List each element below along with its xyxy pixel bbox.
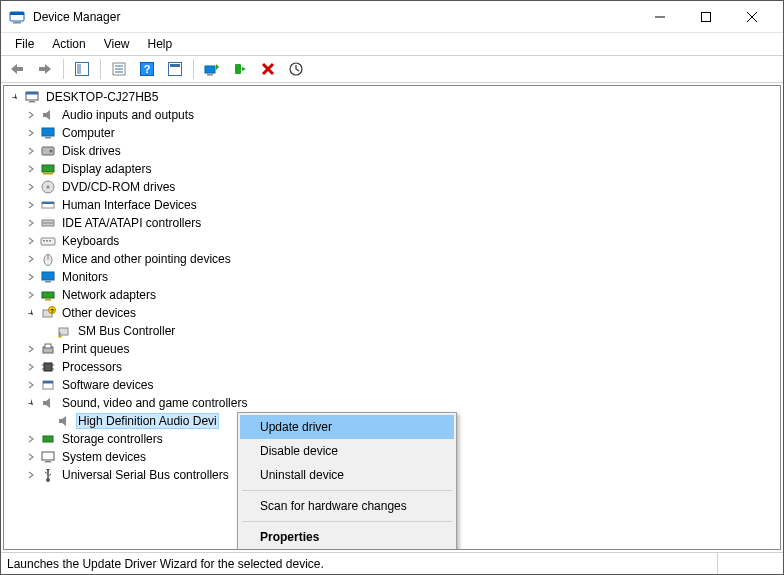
chevron-right-icon[interactable] (24, 378, 38, 392)
tree-category[interactable]: Display adapters (4, 160, 780, 178)
chevron-right-icon[interactable] (24, 144, 38, 158)
svg-rect-54 (45, 344, 51, 348)
svg-rect-31 (43, 173, 53, 175)
chevron-right-icon[interactable] (24, 288, 38, 302)
svg-rect-2 (13, 22, 21, 24)
tree-category[interactable]: DVD/CD-ROM drives (4, 178, 780, 196)
enable-device-button[interactable] (228, 58, 252, 80)
tree-category[interactable]: Network adapters (4, 286, 780, 304)
menu-view[interactable]: View (96, 35, 138, 53)
window-title: Device Manager (33, 10, 637, 24)
svg-text:?: ? (50, 308, 54, 314)
title-bar: Device Manager (1, 1, 783, 33)
chevron-right-icon[interactable] (24, 180, 38, 194)
tree-root-label: DESKTOP-CJ27HB5 (44, 89, 160, 105)
chevron-right-icon[interactable] (24, 360, 38, 374)
device-label: SM Bus Controller (76, 323, 177, 339)
context-menu-disable-device[interactable]: Disable device (240, 439, 454, 463)
help-button[interactable]: ? (135, 58, 159, 80)
chevron-right-icon[interactable] (24, 162, 38, 176)
tree-category[interactable]: IDE ATA/ATAPI controllers (4, 214, 780, 232)
chevron-right-icon[interactable] (24, 216, 38, 230)
tree-category[interactable]: ? Other devices (4, 304, 780, 322)
chevron-right-icon[interactable] (24, 468, 38, 482)
category-label: Display adapters (60, 161, 153, 177)
context-menu-update-driver[interactable]: Update driver (240, 415, 454, 439)
toolbar-separator (100, 59, 101, 79)
close-button[interactable] (729, 2, 775, 32)
svg-point-33 (47, 186, 50, 189)
tree-category[interactable]: Keyboards (4, 232, 780, 250)
tree-category[interactable]: Sound, video and game controllers (4, 394, 780, 412)
context-menu-properties[interactable]: Properties (240, 525, 454, 549)
tree-category[interactable]: Audio inputs and outputs (4, 106, 780, 124)
action-button[interactable] (163, 58, 187, 80)
tree-category[interactable]: Print queues (4, 340, 780, 358)
chevron-right-icon[interactable] (24, 108, 38, 122)
menu-help[interactable]: Help (140, 35, 181, 53)
svg-rect-21 (235, 64, 241, 74)
tree-category[interactable]: Disk drives (4, 142, 780, 160)
display-adapter-icon (40, 161, 56, 177)
svg-text:?: ? (144, 63, 151, 75)
printer-icon (40, 341, 56, 357)
chevron-down-icon[interactable] (24, 396, 38, 410)
uninstall-device-button[interactable] (256, 58, 280, 80)
menu-action[interactable]: Action (44, 35, 93, 53)
chevron-right-icon[interactable] (24, 450, 38, 464)
chevron-right-icon[interactable] (24, 270, 38, 284)
disk-icon (40, 143, 56, 159)
menu-file[interactable]: File (7, 35, 42, 53)
usb-icon (40, 467, 56, 483)
tree-category[interactable]: Monitors (4, 268, 780, 286)
chevron-right-icon[interactable] (24, 342, 38, 356)
properties-button[interactable] (107, 58, 131, 80)
menu-bar: File Action View Help (1, 33, 783, 55)
show-hide-console-tree-button[interactable] (70, 58, 94, 80)
svg-rect-20 (207, 74, 213, 76)
back-button[interactable] (5, 58, 29, 80)
category-label: Universal Serial Bus controllers (60, 467, 231, 483)
context-menu-uninstall-device[interactable]: Uninstall device (240, 463, 454, 487)
chevron-right-icon[interactable] (24, 432, 38, 446)
forward-button[interactable] (33, 58, 57, 80)
tree-device[interactable]: ! SM Bus Controller (4, 322, 780, 340)
monitor-icon (40, 269, 56, 285)
svg-rect-26 (42, 128, 54, 136)
device-tree-panel: DESKTOP-CJ27HB5 Audio inputs and outputs… (3, 85, 781, 550)
tree-category[interactable]: Human Interface Devices (4, 196, 780, 214)
svg-rect-41 (49, 240, 51, 242)
tree-root[interactable]: DESKTOP-CJ27HB5 (4, 88, 780, 106)
app-icon (9, 9, 25, 25)
svg-rect-44 (42, 272, 54, 280)
svg-rect-63 (42, 452, 54, 460)
ide-icon (40, 215, 56, 231)
svg-rect-4 (702, 12, 711, 21)
scan-hardware-button[interactable] (284, 58, 308, 80)
tree-category[interactable]: Processors (4, 358, 780, 376)
audio-icon (40, 107, 56, 123)
dvd-icon (40, 179, 56, 195)
svg-rect-40 (46, 240, 48, 242)
update-driver-button[interactable] (200, 58, 224, 80)
maximize-button[interactable] (683, 2, 729, 32)
chevron-down-icon[interactable] (8, 90, 22, 104)
svg-rect-39 (43, 240, 45, 242)
tree-category[interactable]: Computer (4, 124, 780, 142)
tree-category[interactable]: Mice and other pointing devices (4, 250, 780, 268)
chevron-down-icon[interactable] (24, 306, 38, 320)
chevron-right-icon[interactable] (24, 198, 38, 212)
svg-rect-19 (205, 66, 215, 73)
toolbar-separator (63, 59, 64, 79)
unknown-device-icon: ! (56, 323, 72, 339)
minimize-button[interactable] (637, 2, 683, 32)
system-device-icon (40, 449, 56, 465)
tree-category[interactable]: Software devices (4, 376, 780, 394)
category-label: Processors (60, 359, 124, 375)
chevron-right-icon[interactable] (24, 234, 38, 248)
other-devices-icon: ? (40, 305, 56, 321)
chevron-right-icon[interactable] (24, 126, 38, 140)
chevron-right-icon[interactable] (24, 252, 38, 266)
context-menu-scan-hardware[interactable]: Scan for hardware changes (240, 494, 454, 518)
category-label: DVD/CD-ROM drives (60, 179, 177, 195)
